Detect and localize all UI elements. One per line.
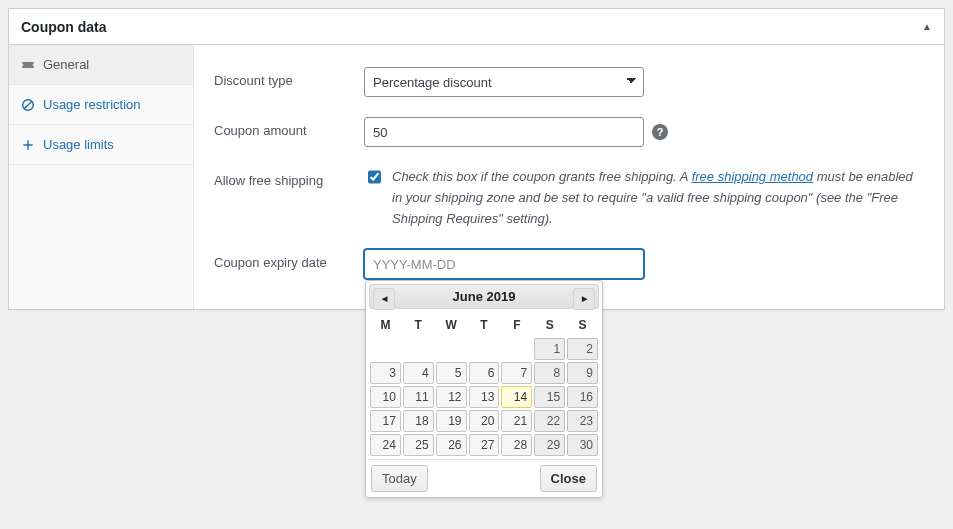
datepicker-day[interactable]: 18	[403, 410, 434, 432]
datepicker-day[interactable]: 5	[436, 362, 467, 384]
discount-type-select[interactable]: Percentage discount	[364, 67, 644, 97]
expiry-date-input[interactable]	[364, 249, 644, 279]
datepicker-dow: W	[435, 313, 468, 337]
datepicker-day[interactable]: 4	[403, 362, 434, 384]
datepicker-day[interactable]: 25	[403, 434, 434, 456]
tab-general-label: General	[43, 57, 89, 72]
datepicker-next-button[interactable]: ▶	[573, 288, 595, 310]
datepicker-popup: ◀ June 2019 ▶ MTWTFSS 123456789101112131…	[365, 280, 603, 498]
datepicker-body: 1234567891011121314151617181920212223242…	[369, 337, 599, 457]
general-panel: Discount type Percentage discount Coupon…	[194, 45, 944, 309]
svg-line-1	[24, 100, 32, 108]
datepicker-dow: T	[402, 313, 435, 337]
free-shipping-description: Check this box if the coupon grants free…	[392, 167, 924, 229]
datepicker-day[interactable]: 9	[567, 362, 598, 384]
datepicker-day[interactable]: 21	[501, 410, 532, 432]
datepicker-day[interactable]: 19	[436, 410, 467, 432]
datepicker-day[interactable]: 30	[567, 434, 598, 456]
tab-usage-limits[interactable]: Usage limits	[9, 125, 193, 164]
datepicker-day[interactable]: 14	[501, 386, 532, 408]
datepicker-dow: T	[468, 313, 501, 337]
datepicker-dow-row: MTWTFSS	[369, 313, 599, 337]
datepicker-day[interactable]: 27	[469, 434, 500, 456]
datepicker-dow: S	[533, 313, 566, 337]
datepicker-day[interactable]: 16	[567, 386, 598, 408]
datepicker-day[interactable]: 26	[436, 434, 467, 456]
datepicker-day[interactable]: 22	[534, 410, 565, 432]
datepicker-day[interactable]: 29	[534, 434, 565, 456]
datepicker-day[interactable]: 17	[370, 410, 401, 432]
datepicker-day[interactable]: 8	[534, 362, 565, 384]
tab-usage-restriction[interactable]: Usage restriction	[9, 85, 193, 124]
datepicker-day[interactable]: 6	[469, 362, 500, 384]
tab-usage-restriction-label: Usage restriction	[43, 97, 141, 112]
datepicker-day[interactable]: 10	[370, 386, 401, 408]
datepicker-day[interactable]: 12	[436, 386, 467, 408]
datepicker-day[interactable]: 13	[469, 386, 500, 408]
block-icon	[21, 98, 35, 112]
datepicker-calendar: MTWTFSS 12345678910111213141516171819202…	[369, 313, 599, 457]
datepicker-today-button[interactable]: Today	[371, 465, 428, 492]
datepicker-dow: S	[566, 313, 599, 337]
datepicker-day[interactable]: 20	[469, 410, 500, 432]
datepicker-day[interactable]: 28	[501, 434, 532, 456]
datepicker-day[interactable]: 24	[370, 434, 401, 456]
free-shipping-label: Allow free shipping	[214, 167, 364, 188]
tab-usage-limits-label: Usage limits	[43, 137, 114, 152]
coupon-data-panel: Coupon data ▲ General	[8, 8, 945, 310]
ticket-icon	[21, 58, 35, 72]
coupon-amount-input[interactable]	[364, 117, 644, 147]
datepicker-title: June 2019	[453, 289, 516, 304]
panel-toggle-icon[interactable]: ▲	[922, 21, 932, 32]
free-shipping-method-link[interactable]: free shipping method	[692, 169, 813, 184]
coupon-tabs: General Usage restriction	[9, 45, 194, 309]
discount-type-label: Discount type	[214, 67, 364, 88]
datepicker-day[interactable]: 1	[534, 338, 565, 360]
datepicker-day[interactable]: 15	[534, 386, 565, 408]
datepicker-header: ◀ June 2019 ▶	[369, 284, 599, 309]
panel-header: Coupon data ▲	[9, 9, 944, 45]
expiry-date-label: Coupon expiry date	[214, 249, 364, 270]
tab-general[interactable]: General	[9, 45, 193, 84]
datepicker-day[interactable]: 23	[567, 410, 598, 432]
panel-title: Coupon data	[21, 19, 107, 35]
datepicker-day[interactable]: 3	[370, 362, 401, 384]
coupon-amount-label: Coupon amount	[214, 117, 364, 138]
free-shipping-checkbox[interactable]	[368, 169, 381, 185]
datepicker-prev-button[interactable]: ◀	[373, 288, 395, 310]
datepicker-dow: F	[500, 313, 533, 337]
datepicker-day[interactable]: 2	[567, 338, 598, 360]
datepicker-close-button[interactable]: Close	[540, 465, 597, 492]
datepicker-day[interactable]: 7	[501, 362, 532, 384]
sliders-icon	[21, 138, 35, 152]
help-icon[interactable]: ?	[652, 124, 668, 140]
datepicker-dow: M	[369, 313, 402, 337]
datepicker-day[interactable]: 11	[403, 386, 434, 408]
